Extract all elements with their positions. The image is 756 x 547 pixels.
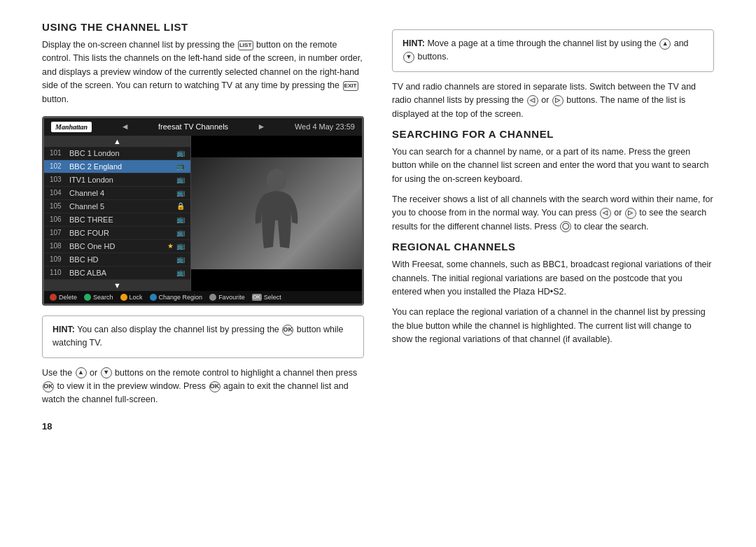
tv-icon: 📺	[176, 215, 185, 223]
channel-item[interactable]: 108BBC One HD★📺	[44, 240, 190, 253]
tv-icon: 📺	[176, 242, 185, 250]
channel-number: 107	[50, 229, 66, 236]
ok-button-icon-hint: OK	[282, 325, 293, 336]
page-up-btn: ▲	[659, 38, 671, 50]
footer-button-favourite[interactable]: Favourite	[209, 294, 245, 301]
channel-name: BBC THREE	[69, 215, 174, 224]
regional-para1: With Freesat, some channels, such as BBC…	[392, 258, 714, 299]
tv-icon: 📺	[176, 255, 185, 263]
clear-search-btn: ◯	[560, 221, 571, 232]
channel-number: 106	[50, 215, 66, 223]
channel-item[interactable]: 102BBC 2 England📺	[44, 160, 190, 173]
up-arrow-btn: ▲	[76, 367, 87, 378]
channel-list-para1: Display the on-screen channel list by pr…	[42, 38, 364, 106]
scroll-down[interactable]: ▼	[44, 280, 190, 291]
svg-point-0	[267, 169, 286, 191]
preview-panel	[191, 136, 362, 291]
tv-icon: 📺	[176, 269, 185, 276]
footer-button-search[interactable]: Search	[84, 294, 113, 301]
yellow-dot	[120, 294, 127, 301]
channel-item[interactable]: 107BBC FOUR📺	[44, 227, 190, 240]
channel-number: 108	[50, 242, 66, 250]
right-column: HINT: Move a page at a time through the …	[392, 21, 714, 432]
hint-text-1: You can also display the channel list by…	[77, 325, 279, 334]
hint-and: and	[674, 38, 689, 48]
green-dot	[84, 294, 91, 301]
section-title-channel-list: USING THE CHANNEL LIST	[42, 21, 364, 33]
channel-item[interactable]: 103ITV1 London📺	[44, 173, 190, 187]
channel-number: 103	[50, 176, 66, 183]
channel-name: Channel 5	[69, 202, 174, 211]
footer-button-change-region[interactable]: Change Region	[150, 294, 203, 301]
channel-item[interactable]: 104Channel 4📺	[44, 187, 190, 200]
channel-number: 104	[50, 189, 66, 197]
hint-label-2: HINT:	[402, 38, 425, 48]
channel-number: 109	[50, 255, 66, 263]
channel-name: BBC ALBA	[69, 269, 174, 277]
tv-body: ▲ 101BBC 1 London📺102BBC 2 England📺103IT…	[44, 136, 362, 291]
footer-btn-label: Delete	[59, 294, 77, 301]
hint-box-top-right: HINT: Move a page at a time through the …	[392, 29, 714, 72]
search-right-btn: ▷	[625, 208, 636, 219]
footer-btn-label: Select	[264, 294, 281, 301]
channel-name: BBC 1 London	[69, 149, 174, 157]
regional-para2: You can replace the regional variation o…	[392, 306, 714, 346]
channel-name: Channel 4	[69, 189, 174, 197]
ok-dot: OK	[252, 294, 262, 301]
hint-text-2: Move a page at a time through the channe…	[427, 38, 659, 48]
down-arrow-btn: ▼	[101, 367, 112, 378]
right-arrow-btn: ▷	[552, 95, 564, 106]
channel-title: freesat TV Channels	[158, 122, 228, 131]
footer-btn-label: Change Region	[159, 294, 203, 301]
person-silhouette	[248, 164, 304, 262]
search-left-btn: ◁	[600, 208, 611, 219]
red-dot	[50, 294, 57, 301]
star-dot	[209, 294, 216, 301]
channel-item[interactable]: 105Channel 5🔒	[44, 200, 190, 213]
left-column: USING THE CHANNEL LIST Display the on-sc…	[42, 21, 364, 432]
tv-icon: 📺	[176, 162, 185, 170]
tv-footer: DeleteSearchLockChange RegionFavouriteOK…	[44, 291, 362, 304]
channel-name: BBC 2 England	[69, 162, 174, 171]
ok-btn-2: OK	[43, 381, 54, 392]
channel-item[interactable]: 106BBC THREE📺	[44, 213, 190, 227]
ok-btn-3: OK	[209, 381, 220, 392]
channel-items: 101BBC 1 London📺102BBC 2 England📺103ITV1…	[44, 147, 190, 280]
page-down-btn: ▼	[403, 52, 414, 63]
channel-list-para2: Use the ▲ or ▼ buttons on the remote con…	[42, 367, 364, 407]
footer-button-lock[interactable]: Lock	[120, 294, 143, 301]
star-icon: ★	[167, 242, 174, 250]
page-layout: USING THE CHANNEL LIST Display the on-sc…	[42, 21, 714, 432]
channel-item[interactable]: 101BBC 1 London📺	[44, 147, 190, 160]
section-title-searching: SEARCHING FOR A CHANNEL	[392, 128, 714, 140]
blue-dot	[150, 294, 157, 301]
left-arrow: ◄	[121, 122, 130, 132]
channel-number: 110	[50, 269, 66, 276]
footer-btn-label: Favourite	[218, 294, 245, 301]
preview-image	[191, 157, 362, 269]
channel-number: 101	[50, 149, 66, 157]
tv-screen: Manhattan ◄ freesat TV Channels ► Wed 4 …	[42, 116, 364, 306]
channel-item[interactable]: 109BBC HD📺	[44, 253, 190, 267]
scroll-up[interactable]: ▲	[44, 136, 190, 147]
channel-number: 105	[50, 202, 66, 210]
left-arrow-btn: ◁	[527, 95, 538, 106]
tv-header: Manhattan ◄ freesat TV Channels ► Wed 4 …	[44, 118, 362, 136]
tv-icon: 📺	[176, 189, 185, 197]
switch-para: TV and radio channels are stored in sepa…	[392, 80, 714, 121]
right-arrow: ►	[258, 122, 266, 132]
channel-name: BBC HD	[69, 255, 174, 264]
channel-number: 102	[50, 162, 66, 170]
exit-button-icon: EXIT	[343, 81, 358, 91]
footer-button-delete[interactable]: Delete	[50, 294, 77, 301]
footer-button-select[interactable]: OKSelect	[252, 294, 281, 301]
channel-name: BBC One HD	[69, 242, 164, 250]
tv-icon: 📺	[176, 229, 185, 236]
list-button-icon: LIST	[238, 41, 253, 50]
channel-item[interactable]: 110BBC ALBA📺	[44, 267, 190, 280]
channel-name: ITV1 London	[69, 176, 174, 184]
tv-icon: 📺	[176, 176, 185, 183]
tv-icon: 📺	[176, 149, 185, 157]
hint-box-ok: HINT: You can also display the channel l…	[42, 315, 364, 358]
lock-icon: 🔒	[176, 202, 185, 210]
